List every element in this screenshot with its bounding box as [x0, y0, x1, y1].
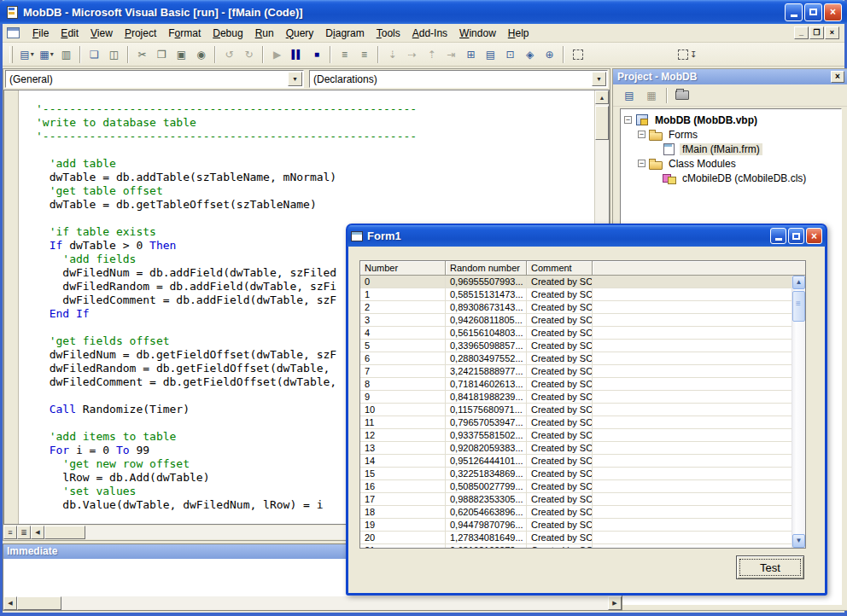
- table-row[interactable]: 130,92082059383...Created by SCI...: [360, 442, 792, 455]
- table-row[interactable]: 10,58515131473...Created by SCI...: [360, 288, 792, 301]
- menu-file[interactable]: File: [26, 25, 55, 42]
- tree-item-fmain-form[interactable]: fMain (fMain.frm): [621, 142, 841, 156]
- table-row[interactable]: 110,79657053947...Created by SCI...: [360, 416, 792, 429]
- grid-vertical-scrollbar[interactable]: ▲ ▼: [792, 276, 805, 548]
- mdi-close-button[interactable]: ×: [825, 26, 839, 39]
- scrollbar-track[interactable]: [61, 596, 608, 610]
- grid-header-cell[interactable]: Comment: [527, 261, 593, 276]
- menu-format[interactable]: Format: [162, 25, 207, 42]
- minimize-button[interactable]: [770, 228, 786, 244]
- scroll-up-icon[interactable]: ▲: [792, 276, 805, 289]
- menu-query[interactable]: Query: [280, 25, 320, 42]
- scrollbar-thumb[interactable]: [792, 291, 805, 322]
- open-project-button[interactable]: ❏: [85, 45, 104, 64]
- table-row[interactable]: 160,50850027799...Created by SCI...: [360, 480, 792, 493]
- project-explorer-button[interactable]: ⊞: [461, 45, 481, 64]
- table-row[interactable]: 100,11575680971...Created by SCI...: [360, 404, 792, 416]
- table-row[interactable]: 30,94260811805...Created by SCI...: [360, 314, 792, 327]
- find-button[interactable]: ◉: [191, 45, 211, 64]
- table-row[interactable]: 150,32251834869...Created by SCI...: [360, 468, 792, 480]
- form-layout-window-button[interactable]: ⊡: [500, 45, 520, 64]
- break-button[interactable]: ▌▌: [287, 45, 307, 64]
- paste-button[interactable]: ▣: [172, 45, 191, 64]
- scrollbar-thumb[interactable]: [44, 526, 85, 539]
- table-row[interactable]: 120,93375581502...Created by SCI...: [360, 429, 792, 442]
- add-form-button[interactable]: ▦▾: [37, 45, 56, 64]
- menu-addins[interactable]: Add-Ins: [406, 25, 453, 42]
- table-row[interactable]: 190,94479870796...Created by SCI...: [360, 519, 792, 532]
- table-row[interactable]: 20,89308673143...Created by SCI...: [360, 301, 792, 314]
- immediate-horizontal-scrollbar[interactable]: ◀ ▶: [3, 596, 622, 610]
- cut-button[interactable]: ✂: [132, 45, 152, 64]
- properties-window-button[interactable]: ▤: [481, 45, 500, 64]
- procedure-view-button[interactable]: ≣: [17, 526, 31, 539]
- chevron-down-icon[interactable]: ▼: [592, 72, 606, 86]
- tree-item-mobdb-project[interactable]: −MobDB (MobDB.vbp): [621, 113, 841, 127]
- scroll-up-icon[interactable]: ▲: [595, 90, 609, 104]
- run-to-cursor-button[interactable]: ⇥: [441, 45, 461, 64]
- selection-rect-icon[interactable]: [568, 45, 587, 64]
- grid-header-cell[interactable]: Random number: [446, 261, 527, 276]
- grid-header-cell[interactable]: Number: [360, 261, 446, 276]
- undo-button[interactable]: ↺: [219, 45, 239, 64]
- scroll-left-icon[interactable]: ◀: [3, 596, 17, 610]
- object-browser-button[interactable]: ◈: [520, 45, 540, 64]
- step-over-button[interactable]: ⇢: [402, 45, 422, 64]
- redo-button[interactable]: ↻: [239, 45, 259, 64]
- table-row[interactable]: 73,24215888977...Created by SCI...: [360, 365, 792, 378]
- expand-collapse-icon[interactable]: −: [624, 116, 632, 124]
- mdi-child-icon[interactable]: [7, 27, 20, 38]
- close-icon[interactable]: ×: [831, 71, 844, 83]
- menu-diagram[interactable]: Diagram: [319, 25, 370, 42]
- table-row[interactable]: 170,98882353305...Created by SCI...: [360, 493, 792, 506]
- expand-collapse-icon[interactable]: −: [638, 160, 645, 167]
- menu-project[interactable]: Project: [119, 25, 162, 42]
- add-standard-exe-project-button[interactable]: ▤▾: [17, 45, 37, 64]
- code-margin-gutter[interactable]: [4, 90, 19, 524]
- maximize-button[interactable]: [804, 3, 822, 21]
- table-row[interactable]: 80,71814602613...Created by SCI...: [360, 378, 792, 391]
- table-row[interactable]: 201,27834081649...Created by SCI...: [360, 532, 792, 544]
- menu-debug[interactable]: Debug: [207, 25, 248, 42]
- expand-collapse-icon[interactable]: −: [638, 131, 645, 138]
- copy-button[interactable]: ❐: [152, 45, 172, 64]
- tree-item-forms-folder[interactable]: −Forms: [621, 127, 841, 142]
- menu-tools[interactable]: Tools: [371, 25, 406, 42]
- chevron-down-icon[interactable]: ▼: [288, 72, 302, 86]
- close-button[interactable]: ×: [806, 228, 822, 244]
- scrollbar-thumb[interactable]: [17, 596, 61, 610]
- menu-view[interactable]: View: [85, 25, 119, 42]
- mdi-minimize-button[interactable]: _: [794, 26, 809, 39]
- table-row[interactable]: 90,84181988239...Created by SCI...: [360, 391, 792, 404]
- toolbox-button[interactable]: ⊕: [540, 45, 559, 64]
- tree-item-cmobiledb-class[interactable]: cMobileDB (cMobileDB.cls): [621, 171, 841, 185]
- end-button[interactable]: ■: [307, 45, 326, 64]
- save-project-button[interactable]: ◫: [104, 45, 124, 64]
- resize-rect-icon[interactable]: ↧: [676, 45, 698, 64]
- table-row[interactable]: 40,56156104803...Created by SCI...: [360, 327, 792, 340]
- start-button[interactable]: ▶: [267, 45, 287, 64]
- comment-block-button[interactable]: ≡: [335, 45, 354, 64]
- table-row[interactable]: 140,95126444101...Created by SCI...: [360, 455, 792, 468]
- table-row[interactable]: 180,62054663896...Created by SCI...: [360, 506, 792, 519]
- toolbar-grip[interactable]: [9, 46, 13, 63]
- toggle-folders-button[interactable]: [673, 87, 692, 104]
- test-button[interactable]: Test: [736, 555, 804, 579]
- menu-window[interactable]: Window: [453, 25, 502, 42]
- table-row[interactable]: 60,28803497552...Created by SCI...: [360, 352, 792, 365]
- table-row[interactable]: 00,96955507993...Created by SCI...: [360, 276, 792, 288]
- project-explorer-titlebar[interactable]: Project - MobDB ×: [613, 69, 847, 84]
- tree-item-class-modules-folder[interactable]: −Class Modules: [621, 156, 841, 171]
- menu-editor-button[interactable]: ▥: [56, 45, 76, 64]
- procedure-dropdown[interactable]: (Declarations) ▼: [309, 70, 608, 88]
- full-view-button[interactable]: ≡: [3, 526, 17, 539]
- menu-run[interactable]: Run: [249, 25, 280, 42]
- uncomment-block-button[interactable]: ≡: [354, 45, 374, 64]
- view-code-button[interactable]: ▤: [620, 87, 639, 104]
- menu-edit[interactable]: Edit: [55, 25, 85, 42]
- table-row[interactable]: 50,33965098857...Created by SCI...: [360, 340, 792, 352]
- view-object-button[interactable]: ▦: [642, 87, 661, 104]
- minimize-button[interactable]: [785, 3, 803, 21]
- scrollbar-thumb[interactable]: [595, 106, 609, 140]
- step-into-button[interactable]: ⇣: [383, 45, 402, 64]
